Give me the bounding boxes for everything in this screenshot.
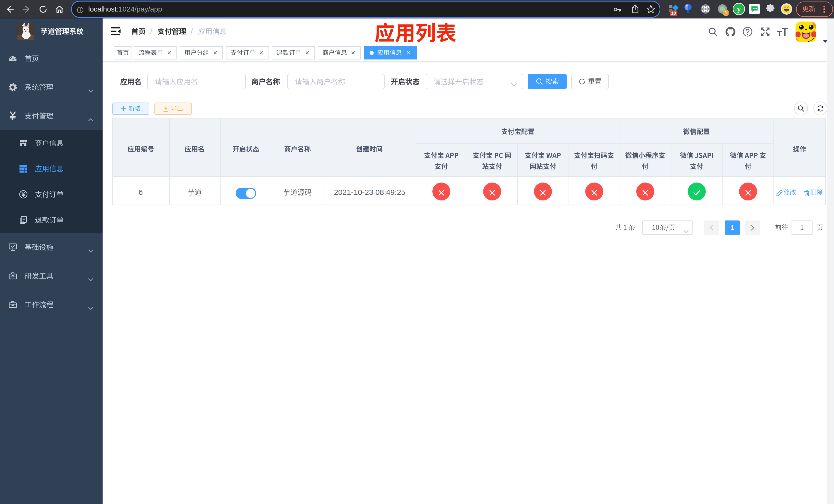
svg-text:y: y	[737, 5, 741, 13]
